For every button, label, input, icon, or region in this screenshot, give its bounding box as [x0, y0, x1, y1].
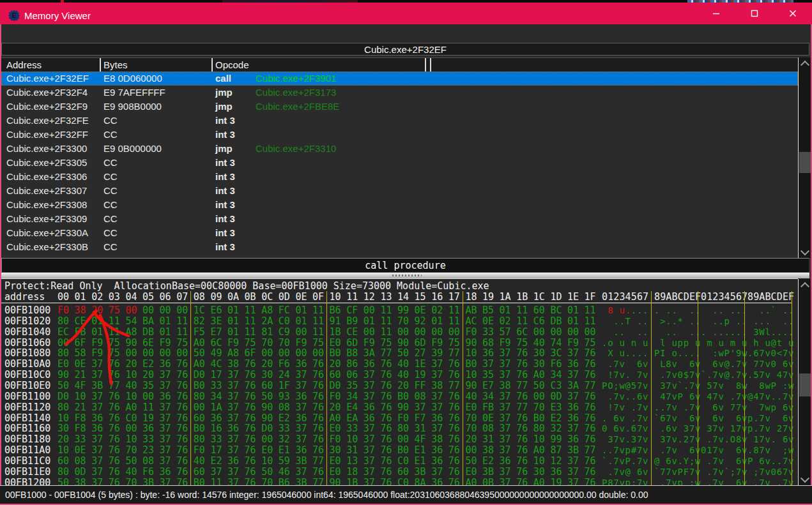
hex-byte[interactable]: 37 — [160, 402, 171, 413]
disasm-row[interactable]: Cubic.exe+2F330BCCint 3 — [1, 240, 798, 254]
hex-byte[interactable]: B0 — [194, 477, 205, 485]
hex-byte[interactable]: F0 — [330, 391, 341, 402]
hex-byte[interactable]: 11 — [312, 305, 324, 316]
hex-byte[interactable]: 38 — [431, 433, 443, 445]
hex-byte[interactable]: 39 — [431, 347, 443, 359]
hex-byte[interactable]: 76 — [448, 423, 460, 434]
hex-byte[interactable]: 37 — [227, 433, 239, 445]
hex-byte[interactable]: 75 — [516, 337, 528, 349]
hex-byte[interactable]: 3B — [142, 477, 154, 485]
hex-byte[interactable]: E0 — [330, 337, 341, 349]
hex-byte[interactable]: DB — [550, 315, 562, 327]
hex-byte[interactable]: 36 — [295, 391, 307, 402]
hex-byte[interactable]: 70 — [533, 402, 545, 413]
hex-byte[interactable]: 36 — [567, 358, 579, 370]
hex-byte[interactable]: 76 — [312, 380, 324, 391]
hex-byte[interactable]: 50 — [194, 347, 205, 359]
hex-byte[interactable]: A0 — [125, 402, 137, 413]
hex-byte[interactable]: 1E — [415, 358, 426, 370]
hex-byte[interactable]: 11 — [142, 402, 154, 413]
hex-byte[interactable]: 77 — [585, 444, 596, 456]
hex-byte[interactable]: E0 — [465, 466, 477, 478]
hex-byte[interactable]: 46 — [279, 466, 290, 478]
hex-byte[interactable]: 37 — [160, 477, 171, 485]
hex-byte[interactable]: 37 — [295, 433, 307, 445]
hex-byte[interactable]: D0 — [261, 423, 273, 434]
hex-byte[interactable]: 3A — [567, 380, 579, 391]
hex-byte[interactable]: 76 — [380, 358, 392, 370]
hex-byte[interactable]: 20 — [57, 433, 69, 445]
hex-byte[interactable]: 36 — [160, 358, 171, 370]
hex-byte[interactable]: 37 — [295, 369, 307, 381]
hex-byte[interactable]: 10 — [533, 433, 545, 445]
hex-byte[interactable]: 76 — [245, 477, 256, 485]
hex-byte[interactable]: 0E — [482, 315, 494, 327]
hex-byte[interactable]: 35 — [346, 380, 358, 391]
hex-byte[interactable]: 76 — [176, 412, 188, 424]
hex-byte[interactable]: 37 — [364, 391, 375, 402]
hex-byte[interactable]: 01 — [160, 315, 171, 327]
hex-byte[interactable]: 80 — [57, 347, 69, 359]
hex-byte[interactable]: 37 — [567, 369, 579, 381]
hex-byte[interactable]: E3 — [550, 402, 562, 413]
hex-byte[interactable]: 70 — [125, 444, 137, 456]
hex-byte[interactable]: 1C — [194, 305, 205, 316]
hex-byte[interactable]: 4F — [415, 433, 426, 445]
hex-byte[interactable]: 37 — [364, 369, 375, 381]
hex-byte[interactable]: F6 — [142, 466, 154, 478]
hex-byte[interactable]: 40 — [194, 455, 205, 467]
hex-byte[interactable]: 35 — [482, 369, 494, 381]
hex-byte[interactable]: 33 — [279, 423, 290, 434]
hex-byte[interactable]: 60 — [194, 412, 205, 424]
hex-byte[interactable]: A0 — [465, 477, 477, 485]
hex-byte[interactable]: 01 — [227, 315, 239, 327]
hex-byte[interactable]: 35 — [142, 380, 154, 391]
hex-byte[interactable]: 93 — [279, 391, 290, 402]
disasm-scrollbar[interactable] — [798, 57, 811, 258]
hex-byte[interactable]: 76 — [176, 423, 188, 434]
hex-byte[interactable]: 37 — [500, 402, 511, 413]
hex-byte[interactable]: 36 — [91, 423, 103, 434]
hex-byte[interactable]: 80 — [57, 402, 69, 413]
hex-byte[interactable]: 36 — [482, 347, 494, 359]
disasm-row[interactable]: Cubic.exe+2F3300E9 0B000000jmpCubic.exe+… — [1, 142, 798, 156]
scroll-down-button[interactable] — [799, 474, 811, 485]
scrollbar-thumb[interactable] — [799, 373, 811, 396]
disasm-row[interactable]: Cubic.exe+2F330ACCint 3 — [1, 226, 798, 240]
hex-byte[interactable]: 11 — [448, 305, 460, 316]
hex-byte[interactable]: 08 — [279, 402, 290, 413]
hex-byte[interactable]: 32 — [279, 433, 290, 445]
hex-byte[interactable]: 76 — [312, 391, 324, 402]
hex-byte[interactable]: 31 — [482, 433, 494, 445]
hex-byte[interactable]: 68 — [482, 337, 494, 349]
hex-byte[interactable]: 91 — [330, 315, 341, 327]
close-button[interactable] — [778, 3, 808, 24]
hex-byte[interactable]: 24 — [279, 369, 290, 381]
hex-byte[interactable]: 76 — [516, 391, 528, 402]
hex-byte[interactable]: 30 — [533, 347, 545, 359]
hex-byte[interactable]: 19 — [415, 369, 426, 381]
hex-byte[interactable]: 77 — [312, 455, 324, 467]
hex-byte[interactable]: 76 — [245, 444, 256, 456]
hex-byte[interactable]: 37 — [431, 466, 443, 478]
hex-byte[interactable]: 00 — [176, 305, 188, 316]
hex-byte[interactable]: D0 — [57, 391, 69, 402]
hex-byte[interactable]: 10 — [465, 369, 477, 381]
hex-byte[interactable]: 00 — [295, 347, 307, 359]
hex-byte[interactable]: F8 — [75, 423, 86, 434]
hex-byte[interactable]: 00 — [415, 326, 426, 338]
hex-byte[interactable]: 75 — [109, 347, 120, 359]
hex-byte[interactable]: B0 — [533, 412, 545, 424]
hex-byte[interactable]: 33 — [210, 433, 222, 445]
hex-byte[interactable]: E2 — [482, 455, 494, 467]
hex-byte[interactable]: 00 — [585, 326, 596, 338]
hex-byte[interactable]: 76 — [109, 412, 120, 424]
hex-byte[interactable]: 80 — [397, 423, 409, 434]
hex-byte[interactable]: 80 — [533, 423, 545, 434]
hex-byte[interactable]: BA — [142, 315, 154, 327]
hex-byte[interactable]: 76 — [176, 466, 188, 478]
hex-byte[interactable]: 38 — [431, 380, 443, 391]
hex-byte[interactable]: 37 — [295, 423, 307, 434]
hex-byte[interactable]: 11 — [312, 315, 324, 327]
hex-byte[interactable]: 37 — [364, 380, 375, 391]
